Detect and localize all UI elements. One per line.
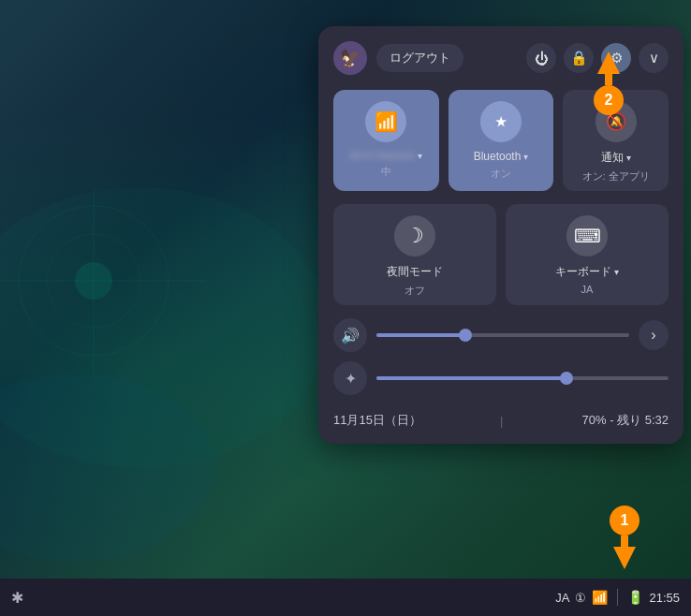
keyboard-icon-circle: ⌨: [566, 215, 608, 257]
wifi-icon: 📶: [375, 110, 398, 133]
bluetooth-caret: ▾: [523, 152, 528, 162]
annotation-2-circle: 2: [594, 85, 624, 115]
keyboard-tile[interactable]: ⌨ キーボード ▾ JA: [506, 204, 669, 305]
wifi-sublabel: 中: [381, 165, 391, 179]
annotation-2: 2: [594, 51, 624, 115]
taskbar-battery-icon: 🔋: [627, 590, 643, 605]
power-button[interactable]: ⏻: [526, 43, 556, 73]
bluetooth-tile[interactable]: ⭒ Bluetooth ▾ オン: [448, 90, 554, 191]
taskbar-lang[interactable]: JA: [555, 591, 569, 605]
notification-caret: ▾: [626, 153, 631, 163]
avatar-icon: 🦅: [340, 48, 360, 68]
bluetooth-sublabel: オン: [491, 167, 511, 181]
lock-button[interactable]: 🔒: [564, 43, 594, 73]
lock-icon: 🔒: [570, 50, 588, 66]
bluetooth-icon: ⭒: [496, 110, 506, 134]
svg-marker-7: [613, 535, 636, 569]
battery-text: 70% - 残り 5:32: [582, 412, 669, 429]
night-mode-icon-circle: ☽: [394, 215, 435, 257]
annotation-1: 1: [610, 506, 640, 569]
taskbar-time: 21:55: [649, 591, 680, 605]
chevron-down-button[interactable]: ∨: [639, 43, 669, 73]
date-text: 11月15日（日）: [333, 412, 421, 429]
wifi-caret: ▾: [418, 151, 422, 161]
bluetooth-taskbar-icon: ✱: [11, 589, 23, 607]
bluetooth-icon-circle: ⭒: [480, 101, 522, 142]
brightness-slider[interactable]: [376, 376, 669, 380]
wifi-tile[interactable]: 📶 Wi-Fi Network ▾ 中: [333, 90, 439, 191]
brightness-thumb[interactable]: [560, 372, 573, 385]
night-mode-label-text: 夜間モード: [387, 264, 443, 280]
qs-footer: 11月15日（日） | 70% - 残り 5:32: [333, 408, 669, 429]
night-mode-icon: ☽: [405, 224, 424, 248]
bluetooth-label-text: Bluetooth: [474, 150, 522, 163]
wifi-name: Wi-Fi Network: [350, 150, 415, 161]
taskbar-right: JA ① 📶 🔋 21:55: [555, 589, 680, 606]
taskbar: ✱ JA ① 📶 🔋 21:55: [0, 579, 691, 616]
night-mode-sublabel: オフ: [404, 284, 425, 298]
annotation-1-arrow: [610, 535, 640, 569]
volume-icon: 🔊: [341, 327, 360, 345]
svg-marker-8: [597, 51, 620, 85]
notification-label-text: 通知: [601, 150, 624, 166]
taskbar-divider: [617, 589, 618, 606]
chevron-down-icon: ∨: [649, 50, 659, 66]
wifi-label: Wi-Fi Network ▾: [350, 150, 422, 161]
volume-thumb[interactable]: [459, 329, 472, 342]
annotation-1-circle: 1: [610, 506, 640, 535]
sliders-section: 🔊 › ✦: [333, 318, 669, 395]
power-icon: ⏻: [535, 51, 549, 66]
night-mode-label: 夜間モード: [387, 264, 443, 280]
night-mode-tile[interactable]: ☽ 夜間モード オフ: [333, 204, 496, 305]
volume-icon-button[interactable]: 🔊: [333, 318, 367, 352]
taskbar-left: ✱: [11, 589, 23, 607]
brightness-slider-row: ✦: [333, 361, 669, 395]
keyboard-label: キーボード ▾: [555, 264, 619, 280]
volume-fill: [376, 333, 465, 337]
brightness-icon-button[interactable]: ✦: [333, 361, 367, 395]
keyboard-sublabel: JA: [581, 284, 594, 295]
keyboard-caret: ▾: [614, 267, 619, 277]
annotation-2-arrow: [594, 51, 624, 85]
brightness-icon: ✦: [345, 370, 357, 388]
wifi-icon-circle: 📶: [365, 101, 406, 142]
taskbar-wifi-icon: 📶: [592, 590, 608, 605]
footer-separator: |: [500, 414, 503, 428]
keyboard-icon: ⌨: [574, 225, 601, 247]
volume-slider-row: 🔊 ›: [333, 318, 669, 352]
notification-label: 通知 ▾: [601, 150, 631, 166]
notification-sublabel: オン: 全アプリ: [582, 169, 650, 183]
avatar[interactable]: 🦅: [333, 41, 367, 75]
bluetooth-label: Bluetooth ▾: [474, 150, 529, 163]
logout-button[interactable]: ログアウト: [376, 44, 463, 72]
next-track-button[interactable]: ›: [639, 320, 669, 350]
chevron-right-icon: ›: [651, 327, 655, 344]
keyboard-label-text: キーボード: [555, 264, 611, 280]
tiles-row-2: ☽ 夜間モード オフ ⌨ キーボード ▾ JA: [333, 204, 669, 305]
brightness-fill: [376, 376, 566, 380]
taskbar-notification: ①: [575, 591, 586, 605]
volume-slider[interactable]: [376, 333, 629, 337]
quick-settings-panel: 🦅 ログアウト ⏻ 🔒 ⚙ ∨ 📶 Wi-Fi Network: [318, 26, 684, 444]
